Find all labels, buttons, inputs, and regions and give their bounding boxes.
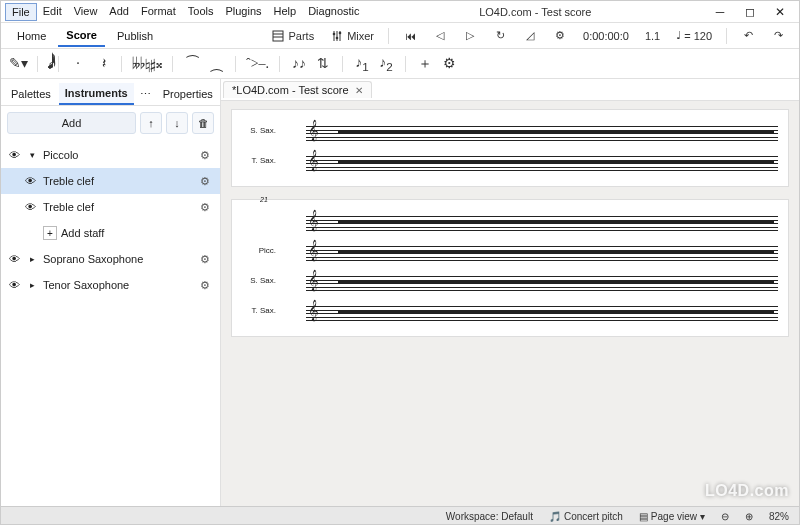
concert-pitch-toggle[interactable]: 🎵 Concert pitch <box>545 510 627 523</box>
sidebar-tab-instruments[interactable]: Instruments <box>59 83 134 105</box>
treble-clef-icon: 𝄞 <box>308 270 319 291</box>
instrument-row[interactable]: 👁Treble clef⚙ <box>1 194 220 220</box>
menu-format[interactable]: Format <box>135 3 182 21</box>
play-icon: ▷ <box>463 29 477 43</box>
expand-icon[interactable]: ▸ <box>27 280 37 290</box>
visibility-icon[interactable]: 👁 <box>7 149 21 161</box>
tuplet-button[interactable]: ♪♪ <box>290 56 308 72</box>
menubar: FileEditViewAddFormatToolsPluginsHelpDia… <box>5 3 366 21</box>
close-button[interactable]: ✕ <box>765 2 795 22</box>
loop-button[interactable]: ↻ <box>487 27 513 45</box>
sidebar-tab-more[interactable]: ⋯ <box>136 84 155 105</box>
score-canvas[interactable]: S. Sax.𝄞T. Sax.𝄞21𝄞Picc.𝄞S. Sax.𝄞T. Sax.… <box>221 101 799 506</box>
menu-file[interactable]: File <box>5 3 37 21</box>
visibility-icon[interactable]: 👁 <box>23 201 37 213</box>
instrument-label: Treble clef <box>43 175 190 187</box>
parts-button[interactable]: Parts <box>265 27 320 45</box>
position-readout: 1.1 <box>639 28 666 44</box>
tab-score[interactable]: Score <box>58 25 105 47</box>
prev-button[interactable]: ◁ <box>427 27 453 45</box>
gear-icon[interactable]: ⚙ <box>196 201 214 214</box>
gear-icon[interactable]: ⚙ <box>196 279 214 292</box>
music-system: 21𝄞Picc.𝄞S. Sax.𝄞T. Sax.𝄞 <box>231 199 789 337</box>
watermark: LO4D.com <box>705 482 789 500</box>
zoom-in-button[interactable]: ⊕ <box>741 510 757 523</box>
mixer-button[interactable]: Mixer <box>324 27 380 45</box>
gear-icon[interactable]: ⚙ <box>196 175 214 188</box>
instrument-row[interactable]: 👁▸Soprano Saxophone⚙ <box>1 246 220 272</box>
articulation-button[interactable]: – <box>259 56 266 71</box>
zoom-readout[interactable]: 82% <box>765 510 793 523</box>
main-tab-row: Home Score Publish Parts Mixer ⏮ ◁ ▷ ↻ ◿… <box>1 23 799 49</box>
note-toolbar: ✎▾ 𝅝𝅗𝅥𝅘𝅥𝅘𝅥𝅮𝅘𝅥𝅯𝅘𝅥𝅰𝅘𝅥𝅱𝅘𝅥𝅲 · 𝄽 𝄫♭♮♯𝄪 ⁀ ⁔ ˆ>… <box>1 49 799 79</box>
menu-diagnostic[interactable]: Diagnostic <box>302 3 365 21</box>
visibility-icon[interactable]: 👁 <box>23 175 37 187</box>
staff: S. Sax.𝄞 <box>278 270 782 296</box>
menu-view[interactable]: View <box>68 3 104 21</box>
move-down-button[interactable]: ↓ <box>166 112 188 134</box>
rewind-button[interactable]: ⏮ <box>397 27 423 45</box>
sidebar-tab-palettes[interactable]: Palettes <box>5 84 57 104</box>
instrument-row[interactable]: 👁▸Tenor Saxophone⚙ <box>1 272 220 298</box>
flip-button[interactable]: ⇅ <box>314 55 332 72</box>
add-button[interactable]: ＋ <box>416 55 434 73</box>
move-up-button[interactable]: ↑ <box>140 112 162 134</box>
zoom-out-button[interactable]: ⊖ <box>717 510 733 523</box>
chevron-down-icon: ▾ <box>700 511 705 522</box>
staff-label: Picc. <box>236 246 276 255</box>
maximize-button[interactable]: ◻ <box>735 2 765 22</box>
tie-button[interactable]: ⁀ <box>183 55 201 72</box>
staff-label: T. Sax. <box>236 156 276 165</box>
articulation-button[interactable]: > <box>251 56 259 71</box>
slur-button[interactable]: ⁔ <box>207 55 225 72</box>
accidental-button[interactable]: 𝄪 <box>156 56 162 71</box>
tab-publish[interactable]: Publish <box>109 26 161 46</box>
menu-edit[interactable]: Edit <box>37 3 68 21</box>
undo-button[interactable]: ↶ <box>735 27 761 45</box>
workspace-label[interactable]: Workspace: Default <box>442 510 537 523</box>
tab-home[interactable]: Home <box>9 26 54 46</box>
instrument-row[interactable]: 👁▾Piccolo⚙ <box>1 142 220 168</box>
menu-tools[interactable]: Tools <box>182 3 220 21</box>
undo-icon: ↶ <box>741 29 755 43</box>
treble-clef-icon: 𝄞 <box>308 150 319 171</box>
redo-button[interactable]: ↷ <box>765 27 791 45</box>
menu-plugins[interactable]: Plugins <box>219 3 267 21</box>
metronome-button[interactable]: ◿ <box>517 27 543 45</box>
minimize-button[interactable]: ─ <box>705 2 735 22</box>
expand-icon[interactable]: ▸ <box>27 254 37 264</box>
expand-icon[interactable]: ▾ <box>27 150 37 160</box>
instrument-row[interactable]: 👁Treble clef⚙ <box>1 168 220 194</box>
add-staff-row[interactable]: +Add staff <box>1 220 220 246</box>
articulation-button[interactable]: . <box>266 56 270 71</box>
menu-help[interactable]: Help <box>268 3 303 21</box>
close-tab-icon[interactable]: ✕ <box>355 85 363 96</box>
staff: T. Sax.𝄞 <box>278 300 782 326</box>
playback-settings-button[interactable]: ⚙ <box>547 27 573 45</box>
sidebar-tab-properties[interactable]: Properties <box>157 84 219 104</box>
rest-button[interactable]: 𝄽 <box>93 56 111 72</box>
toolbar-settings-button[interactable]: ⚙ <box>440 55 458 72</box>
gear-icon[interactable]: ⚙ <box>196 253 214 266</box>
accidental-button[interactable]: 𝄫 <box>132 56 140 71</box>
visibility-icon[interactable]: 👁 <box>7 253 21 265</box>
voice2-button[interactable]: ♪2 <box>377 55 395 73</box>
document-tab-label: *LO4D.com - Test score <box>232 84 349 96</box>
gear-icon[interactable]: ⚙ <box>196 149 214 162</box>
play-button[interactable]: ▷ <box>457 27 483 45</box>
menu-add[interactable]: Add <box>103 3 135 21</box>
delete-instrument-button[interactable]: 🗑 <box>192 112 214 134</box>
dot-button[interactable]: · <box>69 56 87 72</box>
document-tab[interactable]: *LO4D.com - Test score ✕ <box>223 81 372 98</box>
measures <box>338 221 774 223</box>
voice1-button[interactable]: ♪1 <box>353 55 371 73</box>
gear-icon: ⚙ <box>553 29 567 43</box>
visibility-icon[interactable]: 👁 <box>7 279 21 291</box>
add-instrument-button[interactable]: Add <box>7 112 136 134</box>
page-view-select[interactable]: ▤ Page view ▾ <box>635 510 709 523</box>
svg-point-7 <box>336 36 339 39</box>
tempo-note-icon: ♩ <box>676 29 681 42</box>
note-input-button[interactable]: ✎▾ <box>9 55 27 72</box>
tempo-display[interactable]: ♩ = 120 <box>670 27 718 44</box>
treble-clef-icon: 𝄞 <box>308 240 319 261</box>
